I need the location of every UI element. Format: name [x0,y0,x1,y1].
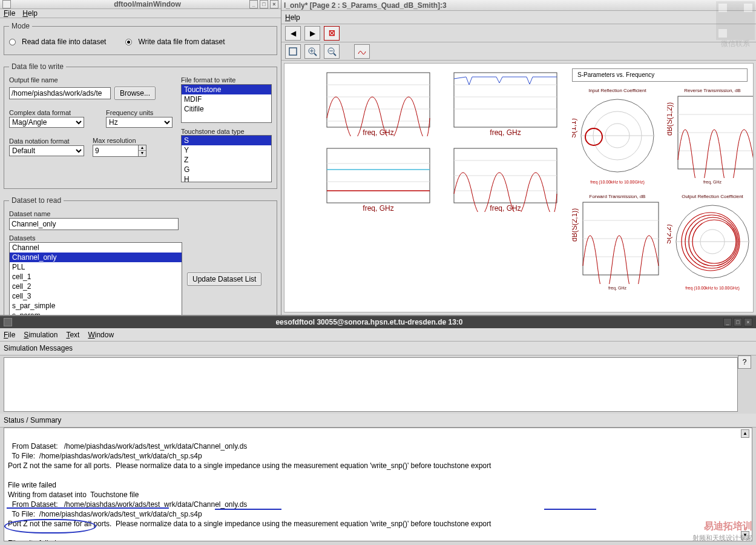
list-item[interactable]: cell_1 [10,272,182,282]
terminal-sysmenu-icon[interactable] [4,318,12,326]
plot-small-4: freq, GHz [442,145,563,212]
svg-text:dB(S(1,2)): dB(S(1,2)) [667,102,674,136]
sparam-title-box: S-Parameters vs. Frequency [572,68,748,82]
svg-text:freq, GHz: freq, GHz [490,128,521,136]
close-button[interactable]: × [270,0,278,8]
svg-rect-8 [327,73,430,127]
status-log[interactable]: From Dataset: /home/piashdas/work/ads/te… [4,428,752,541]
radio-write-label: Write data file from dataset [138,38,225,46]
svg-text:freq, GHz: freq, GHz [490,204,521,212]
spin-down-icon[interactable]: ▼ [139,151,146,156]
list-item[interactable]: Z [182,155,271,165]
list-item[interactable]: Y [182,145,271,155]
list-item[interactable]: S [182,136,271,145]
list-item[interactable]: H [182,174,271,182]
term-menu-text[interactable]: Text [66,331,79,339]
spin-up-icon[interactable]: ▲ [139,145,146,151]
list-item[interactable]: Channel [10,243,182,253]
browse-button[interactable]: Browse... [114,87,156,100]
plot-menu-help[interactable]: Help [285,13,300,22]
next-page-button[interactable]: ▶ [304,26,320,41]
maximize-button[interactable]: □ [260,0,268,8]
tdt-label: Touchstone data type [181,128,272,135]
dsr-legend: Dataset to read [9,196,64,205]
radio-write[interactable] [125,39,132,45]
term-menu-simulation[interactable]: Simulation [24,331,58,339]
terminal-menubar: File Simulation Text Window [0,328,756,342]
output-label: Output file name [9,76,58,84]
datasets-label: Datasets [9,234,35,242]
svg-line-6 [334,53,336,56]
datasets-list[interactable]: Channel Channel_only PLL cell_1 cell_2 c… [9,242,182,316]
list-item[interactable]: cell_2 [10,282,182,291]
svg-rect-0 [289,48,297,55]
svg-text:dB(S(2,1)): dB(S(2,1)) [572,208,579,242]
dataset-name-input[interactable] [9,218,179,230]
maxres-spinner[interactable]: ▲▼ [93,145,146,157]
notation-label: Data notation format [9,137,70,145]
complex-select[interactable]: Mag/Angle [9,117,84,128]
plot-fwd-trans: Forward Transmission, dB dB(S(2,1)) freq… [572,194,663,290]
plot-small-2: freq, GHz [442,70,563,136]
qr-watermark: 微信联系 [716,1,755,47]
term-menu-file[interactable]: File [4,331,15,339]
svg-line-2 [314,53,317,56]
term-max-button[interactable]: □ [734,318,742,326]
plot-titlebar: l_only* [Page 2 : S_Params_Quad_dB_Smith… [281,0,756,11]
term-min-button[interactable]: _ [723,318,732,326]
list-item[interactable]: Touchstone [182,85,271,94]
notation-select[interactable]: Default [9,145,84,156]
delete-button[interactable]: ☒ [324,26,340,41]
list-item[interactable]: s_par_simple [10,301,182,311]
sim-messages-area[interactable] [4,357,738,412]
fileformat-list[interactable]: Touchstone MDIF Citifile [181,84,272,123]
radio-read-label: Read data file into dataset [22,38,106,46]
list-item[interactable]: cell_3 [10,291,182,301]
plot-title: l_only* [Page 2 : S_Params_Quad_dB_Smith… [284,1,754,10]
update-dataset-button[interactable]: Update Dataset List [187,272,261,286]
freq-select[interactable]: Hz [106,117,173,128]
svg-rect-58 [718,29,727,38]
svg-rect-57 [744,4,752,12]
list-item[interactable]: Citifile [182,104,271,114]
zoom-in-button[interactable] [304,44,320,59]
menu-help[interactable]: Help [22,9,38,18]
output-file-input[interactable] [9,87,111,99]
svg-rect-14 [454,73,557,127]
sysmenu-icon[interactable] [2,0,11,8]
plot-output-refl: Output Reflection Coefficient S(2,2) fre… [667,194,754,290]
dataset-to-read: Dataset to read Dataset name Datasets Ch… [4,196,277,323]
brand-subtitle: 射频和天线设计专家 [692,533,752,543]
dftool-title: dftool/mainWindow [47,0,248,8]
svg-text:S(2,2): S(2,2) [667,224,672,244]
log-text: From Dataset: /home/piashdas/work/ads/te… [8,441,748,541]
prev-page-button[interactable]: ◀ [285,26,301,41]
plot-input-refl: Input Reflection Coefficient S(1,1) freq… [572,88,663,184]
radio-read[interactable] [9,39,16,45]
list-item[interactable]: G [182,165,271,174]
list-item[interactable]: PLL [10,262,182,272]
scroll-up-icon[interactable]: ▲ [741,429,749,438]
plot-menubar: Help [281,11,756,24]
dataset-name-label: Dataset name [9,210,50,217]
term-menu-window[interactable]: Window [88,331,114,339]
dtw-legend: Data file to write [9,62,66,71]
term-close-button[interactable]: × [744,318,752,326]
freq-label: Frequency units [106,109,153,116]
fileformat-label: File format to write [181,76,235,84]
brand-watermark: 易迪拓培训 [704,520,752,533]
menu-file[interactable]: File [4,9,15,18]
tdt-list[interactable]: S Y Z G H [181,135,272,182]
list-item[interactable]: Channel_only [10,253,182,262]
svg-text:freq, GHz: freq, GHz [363,128,393,136]
help-button[interactable]: ? [738,355,751,369]
mode-group: Mode Read data file into dataset Write d… [4,22,277,55]
maxres-input[interactable] [93,145,139,157]
zoom-out-button[interactable] [324,44,340,59]
autoscale-button[interactable] [354,44,370,59]
list-item[interactable]: MDIF [182,94,271,104]
svg-text:freq, GHz: freq, GHz [363,204,393,212]
plot-canvas[interactable]: freq, GHz freq, GHz freq, GHz freq, GHz [284,63,754,312]
minimize-button[interactable]: _ [249,0,258,8]
zoom-fit-button[interactable] [285,44,301,59]
